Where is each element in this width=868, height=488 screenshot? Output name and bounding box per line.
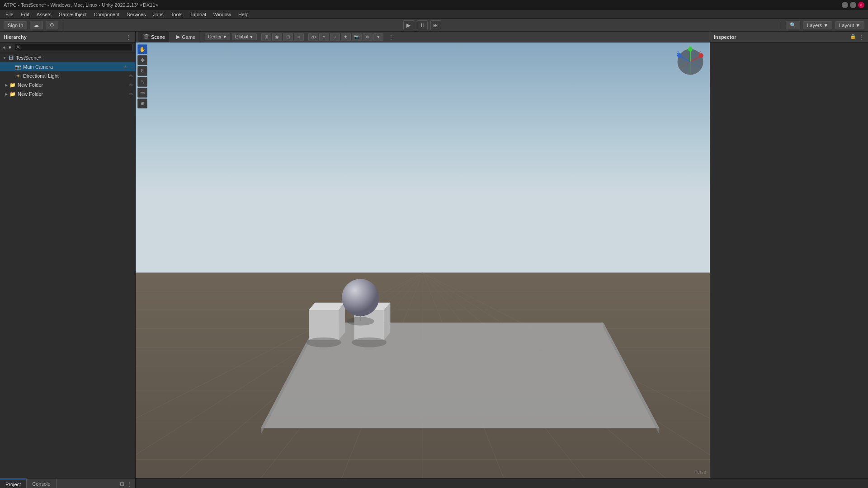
hierarchy-add-button[interactable]: + [3,45,5,50]
menu-item-gameobject[interactable]: GameObject [55,11,90,18]
hierarchy-item-newfolder2[interactable]: ▶ 📁 New Folder 👁 [0,89,135,99]
pause-button[interactable]: ⏸ [417,20,428,30]
scene-grid-icon[interactable]: ⊞ [261,33,271,41]
scene-extra-icon[interactable]: ≡ [294,33,304,41]
menu-item-tools[interactable]: Tools [167,11,186,18]
hierarchy-toolbar: + ▼ [0,42,135,52]
menu-item-services[interactable]: Services [123,11,149,18]
hierarchy-item-directionallight[interactable]: ▶ ☀ Directional Light 👁 [0,71,135,80]
play-button[interactable]: ▶ [403,20,414,30]
bottom-panel-resize[interactable]: ⊡ [120,481,124,487]
lighting-button[interactable]: ☀ [319,33,329,41]
move-tool[interactable]: ✥ [137,55,147,65]
scene-vis-icon[interactable]: ◉ [272,33,282,41]
close-button[interactable]: × [858,2,864,8]
game-tab-label: Game [182,34,195,40]
svg-point-32 [342,279,379,316]
hierarchy-item-newfolder1[interactable]: ▶ 📁 New Folder 👁 [0,80,135,89]
pivot-label: Center [208,34,222,39]
directionallight-label: Directional Light [23,73,59,79]
svg-text:Z: Z [677,51,679,55]
pivot-arrow: ▼ [222,34,227,39]
scene-snap-icon[interactable]: ⊟ [283,33,293,41]
layers-button[interactable]: Layers ▼ [803,21,832,29]
settings-gear-button[interactable]: ⚙ [46,21,58,29]
layout-button[interactable]: Layout ▼ [835,21,864,29]
newfolder1-icon: 📁 [9,81,16,89]
inspector-header-icons: 🔒 ⋮ [850,33,864,41]
game-tab[interactable]: ▶ Game [172,32,200,42]
search-button[interactable]: 🔍 [786,21,800,29]
newfolder1-arrow: ▶ [4,83,9,87]
console-tab[interactable]: Console [27,479,56,488]
sign-in-button[interactable]: Sign In [4,21,27,29]
project-console-panel: Project Console ⊡ ⋮ + ▼ ⊞ ⊟ ✎ ℹ 14 [0,479,136,488]
hierarchy-item-testscene[interactable]: ▼ 🎞 TestScene* ⋮ [0,53,135,62]
cloud-button[interactable]: ☁ [30,21,43,29]
inspector-options-button[interactable]: ⋮ [858,33,864,41]
main-toolbar: Sign In ☁ ⚙ ▶ ⏸ ⏭ 🔍 Layers ▼ Layout ▼ [0,19,868,32]
scene-options-more[interactable]: ⋮ [388,33,394,41]
hand-tool[interactable]: ✋ [137,44,147,54]
directionallight-visibility[interactable]: 👁 [129,74,133,79]
pivot-button[interactable]: Center ▼ [205,33,230,40]
hierarchy-arrow-button[interactable]: ▼ [7,45,12,50]
restore-button[interactable]: □ [850,2,856,8]
inspector-header: Inspector 🔒 ⋮ [710,32,868,42]
svg-text:X: X [698,51,701,55]
svg-point-27 [306,338,341,347]
minimize-button[interactable]: ─ [842,2,848,8]
inspector-title: Inspector [714,34,736,40]
inspector-content [710,42,868,478]
maincamera-icon: 📷 [14,63,22,70]
hierarchy-item-maincamera[interactable]: ▶ 📷 Main Camera 👁 ⋮ [0,62,135,71]
menu-item-assets[interactable]: Assets [33,11,55,18]
hierarchy-header: Hierarchy ⋮ [0,32,135,42]
menu-item-jobs[interactable]: Jobs [150,11,167,18]
scene-tools: ✋ ✥ ↻ ⤡ ▭ ⊕ [136,42,149,110]
scene-camera-button[interactable]: 📷 [352,33,362,41]
newfolder2-visibility[interactable]: 👁 [129,92,133,97]
hierarchy-options-button[interactable]: ⋮ [125,33,132,41]
menu-item-tutorial[interactable]: Tutorial [186,11,209,18]
scene-gizmo[interactable]: X Y Z [675,46,706,78]
2d-button[interactable]: 2D [308,33,318,41]
hierarchy-search-input[interactable] [14,44,132,51]
newfolder2-icon: 📁 [9,90,16,98]
project-tab[interactable]: Project [0,479,27,488]
scene-tab-icon: 🎬 [143,34,149,40]
svg-text:Y: Y [689,46,692,49]
maincamera-visibility[interactable]: 👁 [123,65,128,70]
transform-tool[interactable]: ⊕ [137,99,147,108]
layout-label: Layout [839,23,854,28]
title-bar: ATPC - TestScene* - Windows, Mac, Linux … [0,0,868,10]
maincamera-kebab[interactable]: ⋮ [130,65,134,70]
rect-tool[interactable]: ▭ [137,88,147,98]
menu-item-help[interactable]: Help [235,11,252,18]
more-button[interactable]: ▼ [373,33,383,41]
menu-item-edit[interactable]: Edit [17,11,33,18]
inspector-lock-icon[interactable]: 🔒 [850,33,856,41]
persp-label: Persp [694,469,706,474]
menu-item-file[interactable]: File [2,11,17,18]
bottom-tab-bar: Project Console ⊡ ⋮ [0,479,135,488]
menu-bar: FileEditAssetsGameObjectComponentService… [0,10,868,19]
space-button[interactable]: Global ▼ [232,33,257,40]
layout-arrow: ▼ [855,23,860,28]
fx-button[interactable]: ★ [341,33,351,41]
menu-item-component[interactable]: Component [90,11,123,18]
scale-tool[interactable]: ⤡ [137,77,147,87]
step-button[interactable]: ⏭ [430,20,441,30]
gizmos-button[interactable]: ⊕ [363,33,373,41]
scene-tab[interactable]: 🎬 Scene [138,32,170,42]
maincamera-label: Main Camera [23,64,53,70]
testscene-kebab[interactable]: ⋮ [41,56,46,61]
bottom-panels: Project Console ⊡ ⋮ + ▼ ⊞ ⊟ ✎ ℹ 14 [0,478,868,488]
rotate-tool[interactable]: ↻ [137,66,147,76]
menu-item-window[interactable]: Window [210,11,235,18]
scene-right-icons: 2D ☀ ♪ ★ 📷 ⊕ ▼ [308,33,383,41]
audio-button[interactable]: ♪ [330,33,340,41]
playmode-controls: ▶ ⏸ ⏭ [68,20,776,30]
newfolder1-visibility[interactable]: 👁 [129,83,133,88]
bottom-panel-options[interactable]: ⋮ [126,480,132,488]
